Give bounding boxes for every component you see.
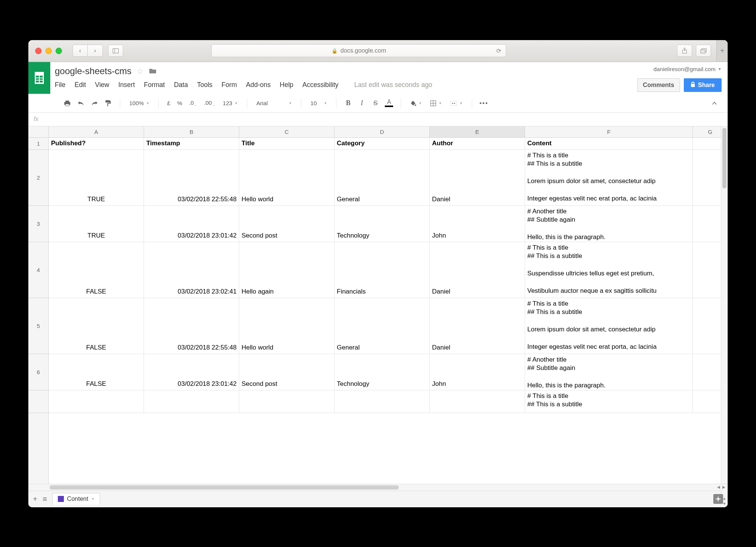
col-header-d[interactable]: D — [335, 126, 430, 137]
select-all-corner[interactable] — [28, 126, 49, 137]
currency-pound-button[interactable]: £ — [165, 100, 172, 106]
cell[interactable]: Timestamp — [144, 138, 239, 149]
cell[interactable]: Daniel — [430, 298, 525, 354]
add-sheet-button[interactable]: + — [33, 495, 37, 503]
font-select[interactable]: Arial▼ — [253, 100, 295, 106]
row-header[interactable]: 6 — [28, 354, 48, 390]
cell[interactable]: 03/02/2018 23:01:42 — [144, 206, 239, 242]
scroll-right-icon[interactable]: ▶ — [722, 485, 725, 489]
account-menu[interactable]: danielireson@gmail.com ▼ — [654, 66, 722, 72]
menu-file[interactable]: File — [55, 81, 65, 89]
cell[interactable] — [144, 390, 239, 413]
cell[interactable]: John — [430, 206, 525, 242]
cell[interactable]: Technology — [335, 354, 430, 390]
row-header[interactable]: 4 — [28, 242, 48, 298]
menu-tools[interactable]: Tools — [197, 81, 212, 89]
strikethrough-button[interactable]: S — [370, 98, 381, 109]
collapse-toolbar-button[interactable] — [709, 98, 720, 109]
menu-format[interactable]: Format — [144, 81, 165, 89]
menu-edit[interactable]: Edit — [74, 81, 86, 89]
cell[interactable]: # Another title ## Subtitle again Hello,… — [525, 206, 693, 242]
cell[interactable]: Daniel — [430, 242, 525, 298]
cell[interactable]: Content — [525, 138, 693, 149]
row-header[interactable]: 2 — [28, 150, 48, 206]
cell[interactable]: Technology — [335, 206, 430, 242]
explore-button[interactable] — [713, 494, 723, 504]
cell[interactable]: # This is a title ## This is a subtitle … — [525, 298, 693, 354]
menu-view[interactable]: View — [95, 81, 109, 89]
cell[interactable]: # Another title ## Subtitle again Hello,… — [525, 354, 693, 390]
decrease-decimal-button[interactable]: .0← — [187, 99, 200, 107]
cell[interactable] — [49, 390, 144, 413]
minimize-window-button[interactable] — [45, 48, 52, 54]
cell[interactable]: General — [335, 150, 430, 205]
comments-button[interactable]: Comments — [637, 78, 680, 92]
cell[interactable]: TRUE — [49, 150, 144, 205]
sidebar-toggle-button[interactable] — [108, 45, 123, 57]
sheets-logo[interactable] — [28, 62, 50, 94]
menu-add-ons[interactable]: Add-ons — [246, 81, 271, 89]
scroll-thumb[interactable] — [50, 485, 399, 490]
cell[interactable]: Hello again — [239, 242, 335, 298]
cell[interactable]: 03/02/2018 23:02:41 — [144, 242, 239, 298]
forward-button[interactable]: › — [88, 45, 103, 57]
share-page-button[interactable] — [677, 45, 692, 57]
menu-accessibility[interactable]: Accessibility — [302, 81, 338, 89]
star-icon[interactable]: ☆ — [137, 67, 144, 76]
italic-button[interactable]: I — [356, 98, 367, 109]
folder-icon[interactable] — [149, 66, 156, 76]
col-header-f[interactable]: F — [525, 126, 693, 137]
cell[interactable] — [335, 390, 430, 413]
scroll-left-icon[interactable]: ◀ — [717, 485, 720, 489]
menu-data[interactable]: Data — [174, 81, 188, 89]
text-color-button[interactable]: A — [383, 98, 395, 109]
all-sheets-button[interactable]: ≡ — [43, 495, 47, 503]
address-bar[interactable]: 🔒 docs.google.com ⟳ — [211, 44, 506, 57]
cell[interactable]: # This is a title ## This is a subtitle … — [525, 242, 693, 298]
cell[interactable]: Author — [430, 138, 525, 149]
col-header-a[interactable]: A — [49, 126, 144, 137]
cell[interactable]: Hello world — [239, 150, 335, 205]
zoom-select[interactable]: 100%▼ — [126, 100, 152, 106]
close-window-button[interactable] — [35, 48, 42, 54]
fill-color-button[interactable]: ▼ — [407, 100, 425, 106]
col-header-b[interactable]: B — [144, 126, 239, 137]
row-header[interactable]: 3 — [28, 206, 48, 242]
cells-area[interactable]: Published?TimestampTitleCategoryAuthorCo… — [49, 138, 728, 484]
cell[interactable]: Daniel — [430, 150, 525, 205]
row-header[interactable]: 1 — [28, 138, 48, 150]
redo-icon[interactable] — [89, 98, 100, 109]
cell[interactable]: Category — [335, 138, 430, 149]
menu-help[interactable]: Help — [280, 81, 293, 89]
cell[interactable]: Second post — [239, 354, 335, 390]
cell[interactable]: Hello world — [239, 298, 335, 354]
menu-insert[interactable]: Insert — [118, 81, 135, 89]
cell[interactable]: Second post — [239, 206, 335, 242]
horizontal-scrollbar[interactable]: ◀ ▶ — [28, 484, 728, 491]
cell[interactable]: # This is a title ## This is a subtitle — [525, 390, 693, 413]
share-button[interactable]: Share — [684, 78, 722, 92]
doc-title[interactable]: google-sheets-cms — [55, 66, 132, 76]
formula-bar[interactable]: fx — [28, 113, 728, 126]
new-tab-button[interactable]: + — [716, 40, 728, 62]
row-header[interactable] — [28, 390, 48, 413]
row-header[interactable]: 5 — [28, 298, 48, 354]
cell[interactable]: TRUE — [49, 206, 144, 242]
cell[interactable]: FALSE — [49, 242, 144, 298]
cell[interactable]: 03/02/2018 22:55:48 — [144, 150, 239, 205]
reload-icon[interactable]: ⟳ — [496, 47, 501, 54]
cell[interactable] — [239, 390, 335, 413]
borders-button[interactable]: ▼ — [427, 100, 445, 106]
cell[interactable]: 03/02/2018 23:01:42 — [144, 354, 239, 390]
paint-format-icon[interactable] — [102, 98, 114, 109]
number-format-select[interactable]: 123▼ — [220, 100, 241, 106]
undo-icon[interactable] — [75, 98, 87, 109]
col-header-e[interactable]: E — [430, 126, 525, 137]
font-size-select[interactable]: 10▼ — [307, 100, 330, 106]
cell[interactable] — [430, 390, 525, 413]
cell[interactable]: 03/02/2018 22:55:48 — [144, 298, 239, 354]
menu-form[interactable]: Form — [222, 81, 237, 89]
vertical-scrollbar[interactable]: ▲ ▼ — [721, 138, 728, 484]
increase-decimal-button[interactable]: .00→ — [202, 99, 218, 107]
cell[interactable]: General — [335, 298, 430, 354]
